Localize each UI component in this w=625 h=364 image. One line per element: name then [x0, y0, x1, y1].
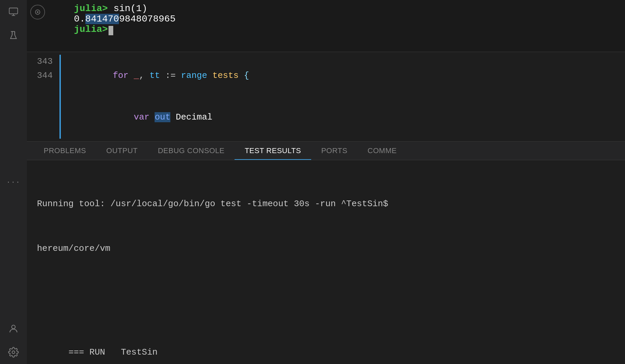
julia-result: 0.8414709848078965 [74, 14, 175, 24]
tab-output[interactable]: OUTPUT [96, 142, 148, 160]
svg-point-5 [12, 325, 15, 329]
person-icon[interactable] [5, 320, 22, 337]
line-num-343: 343 [37, 55, 53, 69]
terminal-section: julia> sin(1) 0.8414709848078965 julia> [27, 0, 625, 52]
tab-problems[interactable]: PROBLEMS [34, 142, 96, 160]
line-numbers: 343 344 [27, 55, 59, 139]
running-tool-line2: hereum/core/vm [37, 241, 615, 256]
code-line-343: for _, tt := range tests { [71, 55, 249, 97]
active-line-bar [59, 55, 61, 139]
julia-prompt2: julia> [74, 24, 108, 35]
svg-point-6 [12, 351, 15, 354]
monitor-icon[interactable] [5, 3, 22, 20]
ellipsis-icon: ··· [5, 174, 22, 190]
code-editor: 343 344 for _, tt := range tests { var o… [27, 52, 625, 142]
tab-comments[interactable]: COMME [358, 142, 407, 160]
sidebar: ··· [0, 0, 27, 364]
line-num-344: 344 [37, 69, 53, 83]
julia-prompt1: julia> [74, 3, 108, 14]
running-tool-line1: Running tool: /usr/local/go/bin/go test … [37, 196, 615, 211]
panel-tabs: PROBLEMS OUTPUT DEBUG CONSOLE TEST RESUL… [27, 142, 625, 160]
terminal-close-button[interactable] [30, 5, 45, 19]
julia-line1: julia> sin(1) [54, 3, 618, 14]
julia-command: sin(1) [108, 3, 148, 14]
tab-ports[interactable]: PORTS [311, 142, 358, 160]
tab-test-results[interactable]: TEST RESULTS [235, 142, 311, 160]
settings-icon[interactable] [5, 344, 22, 361]
run-line: === RUN TestSin [37, 330, 615, 364]
panel-content: Running tool: /usr/local/go/bin/go test … [27, 160, 625, 364]
julia-result-line: 0.8414709848078965 [54, 14, 618, 24]
svg-rect-0 [9, 8, 18, 14]
julia-line2: julia> [54, 24, 618, 35]
code-line-344: var out Decimal [71, 97, 249, 139]
terminal-cursor [109, 26, 113, 35]
flask-icon[interactable] [5, 27, 22, 44]
tab-debug-console[interactable]: DEBUG CONSOLE [148, 142, 235, 160]
blank-line1 [37, 285, 615, 300]
code-content: for _, tt := range tests { var out Decim… [64, 55, 249, 139]
main-content: julia> sin(1) 0.8414709848078965 julia> … [27, 0, 625, 364]
